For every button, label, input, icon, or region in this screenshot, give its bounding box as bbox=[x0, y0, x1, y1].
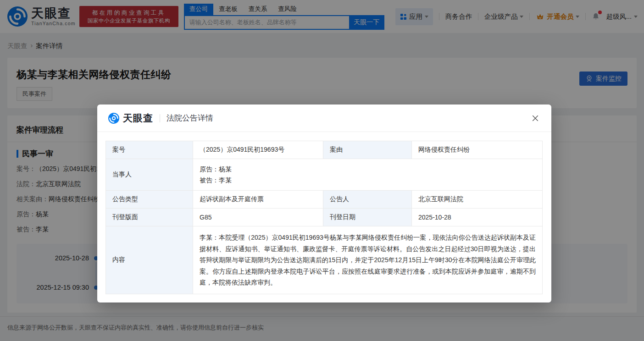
cell-label-announcer: 公告人 bbox=[323, 191, 412, 209]
announcement-table: 案号 （2025）京0491民初19693号 案由 网络侵权责任纠纷 当事人 原… bbox=[105, 141, 543, 294]
table-row: 公告类型 起诉状副本及开庭传票 公告人 北京互联网法院 bbox=[106, 191, 543, 209]
cell-label-notice-type: 公告类型 bbox=[106, 191, 193, 209]
tianyancha-eye-icon bbox=[108, 113, 119, 124]
cell-label-content: 内容 bbox=[106, 226, 193, 294]
cell-value-announcer: 北京互联网法院 bbox=[412, 191, 543, 209]
table-row: 案号 （2025）京0491民初19693号 案由 网络侵权责任纠纷 bbox=[106, 141, 543, 159]
cell-value-case-no: （2025）京0491民初19693号 bbox=[193, 141, 323, 159]
cell-value-publish-date: 2025-10-28 bbox=[412, 209, 543, 226]
cell-label-case-no: 案号 bbox=[106, 141, 193, 159]
cell-label-publish-date: 刊登日期 bbox=[323, 209, 412, 226]
party-plaintiff: 原告：杨某 bbox=[200, 164, 536, 175]
court-announcement-modal: 天眼查 法院公告详情 案号 （2025）京0491民初19693号 案由 网络侵… bbox=[97, 104, 551, 302]
modal-header: 天眼查 法院公告详情 bbox=[97, 104, 551, 132]
party-defendant: 被告：李某 bbox=[200, 175, 536, 186]
cell-label-page: 刊登版面 bbox=[106, 209, 193, 226]
cell-label-parties: 当事人 bbox=[106, 159, 193, 191]
table-row: 刊登版面 G85 刊登日期 2025-10-28 bbox=[106, 209, 543, 226]
divider bbox=[160, 114, 160, 122]
close-icon[interactable] bbox=[530, 113, 540, 123]
cell-value-parties: 原告：杨某 被告：李某 bbox=[193, 159, 543, 191]
modal-body: 案号 （2025）京0491民初19693号 案由 网络侵权责任纠纷 当事人 原… bbox=[97, 132, 551, 294]
cell-value-cause: 网络侵权责任纠纷 bbox=[412, 141, 543, 159]
cell-label-cause: 案由 bbox=[323, 141, 412, 159]
modal-brand-name: 天眼查 bbox=[123, 112, 153, 125]
table-row: 当事人 原告：杨某 被告：李某 bbox=[106, 159, 543, 191]
modal-title: 法院公告详情 bbox=[167, 113, 213, 123]
cell-value-page: G85 bbox=[193, 209, 323, 226]
cell-value-notice-type: 起诉状副本及开庭传票 bbox=[193, 191, 323, 209]
table-row: 内容 李某：本院受理（2025）京0491民初19693号杨某与李某网络侵权责任… bbox=[106, 226, 543, 294]
cell-value-content: 李某：本院受理（2025）京0491民初19693号杨某与李某网络侵权责任纠纷一… bbox=[193, 226, 543, 294]
